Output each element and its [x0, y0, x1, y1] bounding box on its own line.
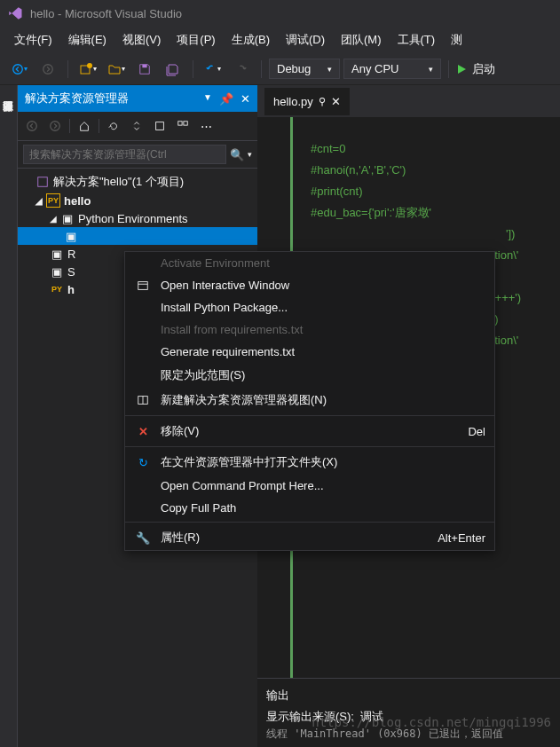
ctx-new-solution-view[interactable]: 新建解决方案资源管理器视图(N) [125, 388, 494, 413]
editor-tab[interactable]: hello.py ⚲ ✕ [264, 88, 350, 115]
toolbar: ▾ ▾ ▾ ▾ Debug▾ Any CPU▾ 启动 [0, 53, 560, 85]
ctx-generate-requirements[interactable]: Generate requirements.txt [125, 341, 494, 363]
ctx-open-in-explorer[interactable]: ↻在文件资源管理器中打开文件夹(X) [125, 450, 494, 475]
item-icon: ▣ [50, 264, 64, 279]
explorer-header: 解决方案资源管理器 ▼ 📌 ✕ [18, 85, 257, 112]
project-node[interactable]: ◢ PY hello [18, 192, 257, 209]
new-project-button[interactable]: ▾ [75, 57, 100, 82]
svg-rect-4 [142, 64, 146, 67]
window-icon [134, 279, 152, 292]
menu-debug[interactable]: 调试(D) [279, 28, 332, 51]
server-explorer-tab[interactable]: 服务器资源管理器 [0, 85, 18, 747]
output-panel: 输出 显示输出来源(S): 调试 线程 'MainThread' (0x968)… [257, 678, 560, 747]
solution-node[interactable]: 解决方案"hello"(1 个项目) [18, 172, 257, 192]
wrench-icon: 🔧 [134, 531, 152, 545]
collapse-icon[interactable] [149, 115, 170, 137]
window-title: hello - Microsoft Visual Studio [30, 7, 182, 20]
svg-point-5 [28, 122, 37, 131]
platform-select[interactable]: Any CPU▾ [343, 59, 441, 79]
ctx-copy-path[interactable]: Copy Full Path [125, 497, 494, 519]
svg-rect-8 [178, 122, 182, 125]
menu-build[interactable]: 生成(B) [225, 28, 277, 51]
svg-point-0 [13, 64, 23, 74]
svg-rect-9 [184, 122, 187, 125]
env-node[interactable]: ▣ [18, 227, 257, 245]
et-forward-icon[interactable] [44, 115, 66, 137]
save-button[interactable] [132, 57, 157, 82]
ctx-install-requirements: Install from requirements.txt [125, 318, 494, 341]
more-icon[interactable]: ⋯ [195, 115, 217, 137]
item-icon: ▣ [50, 247, 64, 261]
start-button[interactable]: 启动 [456, 61, 495, 77]
et-back-icon[interactable] [21, 115, 43, 137]
ctx-properties[interactable]: 🔧属性(R)Alt+Enter [125, 525, 494, 550]
context-menu: Activate Environment Open Interactive Wi… [124, 251, 495, 551]
expand-icon[interactable]: ◢ [35, 196, 43, 206]
search-input[interactable] [23, 145, 226, 164]
close-icon[interactable]: ✕ [241, 92, 250, 106]
menu-file[interactable]: 文件(F) [7, 28, 59, 51]
remove-icon: ✕ [134, 425, 152, 438]
menubar: 文件(F) 编辑(E) 视图(V) 项目(P) 生成(B) 调试(D) 团队(M… [0, 27, 560, 53]
expand-icon[interactable]: ◢ [50, 214, 57, 224]
menu-test[interactable]: 测 [444, 28, 469, 51]
new-view-icon [134, 394, 152, 406]
python-file-icon: PY [50, 282, 64, 296]
menu-edit[interactable]: 编辑(E) [61, 28, 114, 51]
ctx-scope-to-this[interactable]: 限定为此范围(S) [125, 363, 494, 388]
search-dropdown-icon[interactable]: ▾ [248, 150, 252, 159]
ctx-install-package[interactable]: Install Python Package... [125, 296, 494, 318]
svg-rect-11 [138, 281, 148, 289]
solution-icon [35, 175, 50, 189]
dropdown-icon[interactable]: ▼ [203, 92, 212, 106]
redo-button[interactable] [229, 57, 254, 82]
svg-point-6 [51, 122, 60, 131]
ctx-open-cmd[interactable]: Open Command Prompt Here... [125, 475, 494, 497]
explorer-toolbar: ⋯ [18, 112, 257, 141]
config-select[interactable]: Debug▾ [269, 59, 340, 79]
pin-tab-icon[interactable]: ⚲ [319, 96, 326, 107]
folder-icon: ▣ [60, 211, 75, 225]
editor-tabs: hello.py ⚲ ✕ [257, 85, 560, 117]
explorer-title: 解决方案资源管理器 [25, 90, 129, 106]
menu-team[interactable]: 团队(M) [334, 28, 389, 51]
home-icon[interactable] [74, 115, 95, 137]
open-file-button[interactable]: ▾ [104, 57, 129, 82]
pin-icon[interactable]: 📌 [219, 92, 233, 106]
vs-logo-icon [7, 5, 23, 21]
nav-forward-button[interactable] [35, 57, 60, 82]
output-title: 输出 [266, 684, 551, 707]
ctx-activate-env: Activate Environment [125, 252, 494, 274]
close-tab-icon[interactable]: ✕ [331, 95, 341, 108]
nav-back-button[interactable]: ▾ [7, 57, 32, 82]
python-project-icon: PY [46, 193, 60, 208]
ctx-open-interactive[interactable]: Open Interactive Window [125, 274, 494, 296]
svg-rect-10 [38, 177, 48, 187]
sync-icon[interactable] [126, 115, 147, 137]
show-all-icon[interactable] [172, 115, 193, 137]
svg-rect-7 [156, 122, 164, 130]
search-icon[interactable]: 🔍 [230, 148, 244, 161]
watermark: https://blog.csdn.net/mingqi1996 [312, 715, 551, 729]
menu-project[interactable]: 项目(P) [170, 28, 222, 51]
menu-view[interactable]: 视图(V) [115, 28, 168, 51]
svg-point-3 [87, 63, 92, 68]
env-folder-node[interactable]: ◢ ▣ Python Environments [18, 209, 257, 227]
svg-point-1 [43, 64, 53, 74]
env-icon: ▣ [64, 229, 78, 243]
save-all-button[interactable] [161, 57, 185, 82]
titlebar: hello - Microsoft Visual Studio [0, 0, 560, 27]
play-icon [456, 64, 467, 75]
refresh-icon[interactable] [103, 115, 124, 137]
menu-tools[interactable]: 工具(T) [390, 28, 443, 51]
undo-button[interactable]: ▾ [201, 57, 225, 82]
ctx-remove[interactable]: ✕移除(V)Del [125, 419, 494, 444]
refresh-icon: ↻ [134, 456, 152, 469]
explorer-search: 🔍 ▾ [18, 141, 257, 169]
